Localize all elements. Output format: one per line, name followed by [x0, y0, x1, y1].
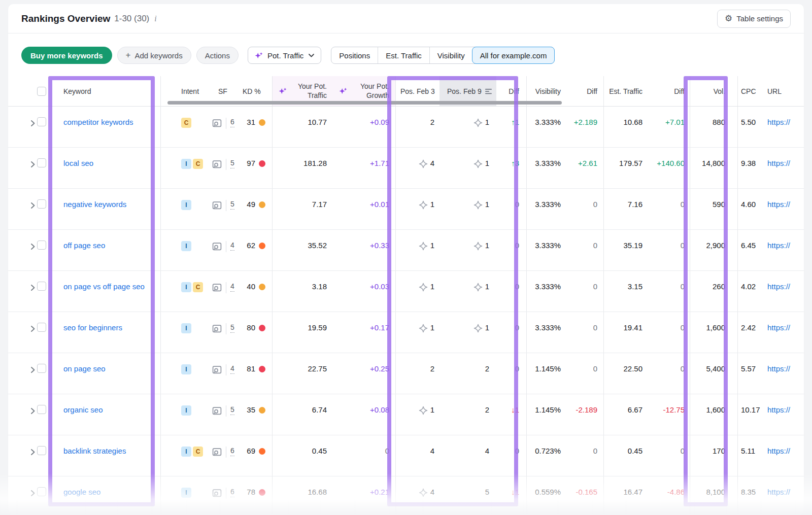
sf-count[interactable]: 4 [230, 364, 234, 374]
sf-count[interactable]: 4 [230, 282, 234, 292]
url-link[interactable]: https:// [767, 118, 790, 126]
table-settings-button[interactable]: ⚙ Table settings [717, 10, 791, 28]
keyword-link[interactable]: on page seo [63, 364, 106, 373]
keyword-link[interactable]: google seo [63, 488, 100, 496]
url-link[interactable]: https:// [767, 282, 790, 291]
pot-growth-value: +0.08 [333, 394, 395, 435]
info-icon[interactable]: i [154, 14, 156, 23]
row-expander[interactable] [17, 394, 37, 435]
sf-count[interactable]: 4 [230, 241, 234, 251]
url-link[interactable]: https:// [767, 323, 790, 332]
buy-more-keywords-button[interactable]: Buy more keywords [21, 47, 112, 64]
keyword-link[interactable]: negative keywords [63, 200, 126, 209]
row-expander[interactable] [17, 189, 37, 229]
serp-preview-icon[interactable] [212, 118, 222, 128]
col-header-keyword[interactable]: Keyword [51, 76, 160, 106]
cpc-value: 2.42 [737, 312, 765, 353]
pot-traffic-dropdown[interactable]: Pot. Traffic [248, 47, 321, 64]
intent-badge-i: I [181, 159, 191, 169]
pos-feb9-value: 1 [485, 323, 489, 332]
row-checkbox[interactable] [37, 241, 46, 250]
pot-traffic-value: 3.18 [272, 271, 333, 312]
pot-traffic-value: 35.52 [272, 230, 333, 270]
row-checkbox[interactable] [37, 446, 46, 455]
col-header-cpc[interactable]: CPC [737, 76, 765, 106]
url-link[interactable]: https:// [767, 447, 790, 455]
keyword-link[interactable]: backlink strategies [63, 447, 126, 455]
serp-preview-icon[interactable] [212, 200, 222, 210]
rankings-overview-page: Rankings Overview 1-30 (30) i ⚙ Table se… [0, 0, 812, 515]
serp-preview-icon[interactable] [212, 365, 222, 374]
actions-button[interactable]: Actions [196, 47, 239, 64]
intent-badges: C [160, 107, 211, 147]
keyword-link[interactable]: off page seo [63, 241, 105, 250]
row-expander[interactable] [17, 148, 37, 188]
keyword-link[interactable]: seo for beginners [63, 323, 122, 332]
col-header-est-traffic[interactable]: Est. Traffic [603, 76, 649, 106]
keyword-link[interactable]: competitor keywords [63, 118, 133, 126]
row-expander[interactable] [17, 312, 37, 353]
serp-feature-icon [473, 200, 483, 210]
est-traffic-value: 0.45 [603, 435, 649, 476]
select-all-checkbox[interactable] [37, 87, 46, 96]
pos-feb3-value: 1 [430, 282, 434, 291]
serp-preview-icon[interactable] [212, 324, 222, 333]
url-link[interactable]: https:// [767, 364, 790, 373]
view-tab-3[interactable]: All for example.com [472, 47, 555, 64]
url-link[interactable]: https:// [767, 200, 790, 209]
serp-feature-icon [473, 118, 483, 127]
row-checkbox[interactable] [37, 405, 46, 414]
keyword-link[interactable]: local seo [63, 159, 93, 167]
url-link[interactable]: https:// [767, 159, 790, 167]
add-keywords-button[interactable]: + Add keywords [117, 47, 191, 64]
sf-count[interactable]: 6 [230, 488, 234, 497]
row-expander[interactable] [17, 476, 37, 515]
keyword-link[interactable]: organic seo [63, 405, 103, 414]
url-link[interactable]: https:// [767, 488, 790, 496]
est-traffic-diff-value: 0 [649, 312, 690, 353]
serp-feature-icon [473, 159, 483, 168]
est-traffic-diff-value: 0 [649, 271, 690, 312]
row-checkbox[interactable] [37, 323, 46, 332]
row-checkbox[interactable] [37, 117, 46, 126]
row-checkbox[interactable] [37, 364, 46, 373]
row-checkbox[interactable] [37, 158, 46, 167]
est-traffic-diff-value: -12.75 [649, 394, 690, 435]
view-tab-0[interactable]: Positions [331, 47, 378, 63]
keyword-link[interactable]: on page vs off page seo [63, 282, 145, 291]
cpc-value: 5.11 [737, 435, 765, 476]
pot-traffic-dropdown-label: Pot. Traffic [267, 51, 303, 60]
url-link[interactable]: https:// [767, 405, 790, 414]
row-expander[interactable] [17, 107, 37, 147]
row-expander[interactable] [17, 353, 37, 394]
sf-count[interactable]: 6 [230, 447, 234, 456]
col-header-url[interactable]: URL [765, 76, 804, 106]
view-tab-2[interactable]: Visibility [429, 47, 472, 63]
pos-diff-value: 0 [496, 435, 526, 476]
col-header-est-traffic-diff[interactable]: Diff [649, 76, 690, 106]
divider [226, 118, 226, 129]
row-expander[interactable] [17, 435, 37, 476]
sf-count[interactable]: 5 [230, 405, 234, 415]
serp-preview-icon[interactable] [212, 488, 222, 498]
serp-preview-icon[interactable] [212, 283, 222, 292]
row-checkbox[interactable] [37, 282, 46, 291]
serp-preview-icon[interactable] [212, 242, 222, 251]
horizontal-scrollbar[interactable] [167, 101, 562, 105]
serp-preview-icon[interactable] [212, 406, 222, 416]
row-checkbox[interactable] [37, 487, 46, 496]
serp-feature-icon [419, 324, 428, 333]
view-tab-1[interactable]: Est. Traffic [378, 47, 429, 63]
row-expander[interactable] [17, 230, 37, 270]
row-checkbox[interactable] [37, 199, 46, 209]
sf-count[interactable]: 6 [230, 118, 234, 127]
col-header-vol[interactable]: Vol. [690, 76, 737, 106]
serp-preview-icon[interactable] [212, 447, 222, 457]
sf-count[interactable]: 5 [230, 159, 234, 168]
col-header-visibility-diff[interactable]: Diff [568, 76, 603, 106]
sf-count[interactable]: 5 [230, 323, 234, 333]
row-expander[interactable] [17, 271, 37, 312]
serp-preview-icon[interactable] [212, 159, 222, 169]
sf-count[interactable]: 5 [230, 200, 234, 210]
url-link[interactable]: https:// [767, 241, 790, 250]
